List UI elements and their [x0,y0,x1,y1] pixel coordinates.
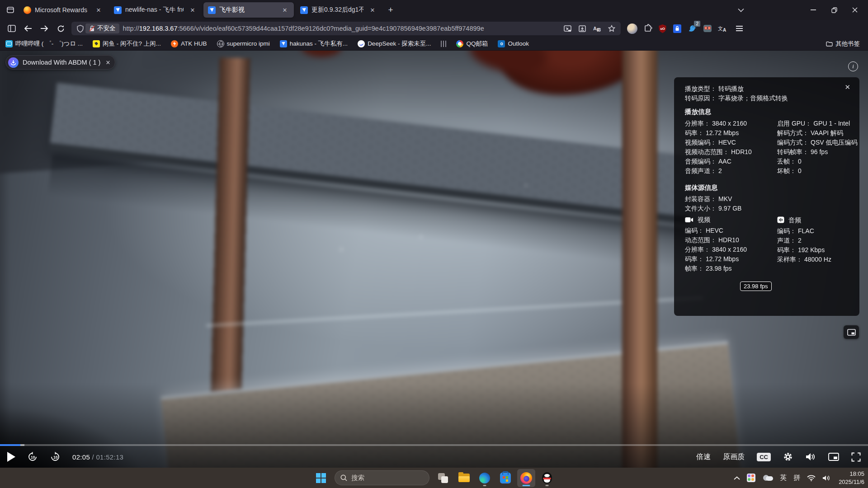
volume-icon[interactable] [805,452,816,461]
ime-english-indicator[interactable]: 英 [780,474,787,482]
qq-button[interactable] [538,469,556,487]
reload-button[interactable] [53,22,68,35]
bookmark-supermicro[interactable]: supermicro ipmi [217,40,270,47]
speaker-icon[interactable] [822,475,830,481]
tab-close-icon[interactable]: ✕ [188,5,197,14]
qq-icon [542,472,552,483]
window-minimize-button[interactable] [803,1,824,19]
password-shield-icon[interactable] [673,24,682,33]
save-to-library-icon[interactable] [579,25,586,32]
media-audio-column: 音频 编码：FLAC 声道：2 码率：192 Kbps 采样率：48000 Hz [777,215,849,275]
bookmark-xianyu[interactable]: 闲鱼 - 闲不住? 上闲... [93,40,161,48]
subtitles-cc-button[interactable]: CC [757,453,771,461]
translate-extension-icon[interactable]: 文A [718,25,727,33]
app-menu-hamburger-icon[interactable] [734,24,745,33]
tab-close-icon[interactable]: ✕ [94,5,103,14]
settings-gear-icon[interactable] [783,452,793,462]
start-button[interactable] [312,469,330,487]
tab-close-icon[interactable]: ✕ [368,5,377,14]
svg-text:文: 文 [718,26,723,31]
tracking-protection-shield-icon[interactable] [77,25,84,33]
container-row: 封装容器：MKV [685,196,849,202]
extension-toolbar: uO 2 文A [627,23,745,34]
tab-title: 飞牛影视 [219,6,276,14]
list-all-tabs-button[interactable] [733,3,749,17]
svg-text:uO: uO [660,26,665,30]
bookmark-atk-hub[interactable]: ATK HUB [171,40,207,47]
bookmark-bilibili[interactable]: 哔哩哔哩 ( ゜- ゜)つロ ... [5,40,83,48]
windows-taskbar: 搜索 [0,468,868,488]
panel-close-icon[interactable]: ✕ [844,84,850,90]
window-close-button[interactable] [844,1,865,19]
fps-badge: 23.98 fps [740,282,772,291]
store-icon [500,473,511,483]
outlook-favicon: o [498,40,505,47]
video-player-area[interactable]: Download With ABDM ( 1 ) ✕ i ✕ 播放类型：转码播放… [0,51,868,468]
tray-app-icon[interactable] [747,474,755,482]
tab-bug-report[interactable]: 更新0.9.32后dg1不工作 - BUG ✕ [296,2,382,18]
other-bookmarks-button[interactable]: 其他书签 [826,40,860,48]
url-text[interactable]: http://192.168.3.67:5666/v/video/eaf60c5… [123,25,561,32]
downloader-bird-extension[interactable]: 2 [688,24,697,33]
media-source-title: 媒体源信息 [685,184,849,191]
abdm-download-pill[interactable]: Download With ABDM ( 1 ) ✕ [5,55,115,70]
task-view-button[interactable] [434,469,452,487]
account-avatar[interactable] [627,23,637,34]
tab-close-icon[interactable]: ✕ [280,5,289,14]
mini-player-button[interactable] [844,325,859,339]
playback-speed-button[interactable]: 倍速 [696,452,711,462]
file-explorer-button[interactable] [455,469,473,487]
ime-pinyin-indicator[interactable]: 拼 [793,474,800,482]
info-icon[interactable]: i [848,61,858,71]
urlbar-actions: A文 [564,25,617,32]
wifi-icon[interactable] [807,475,816,481]
forward-10-button[interactable]: 10 [50,451,61,462]
abdm-close-icon[interactable]: ✕ [105,59,110,66]
bookmark-qqmail[interactable]: QQ邮箱 [456,40,488,48]
firefox-view-button[interactable] [3,3,18,17]
ublock-origin-icon[interactable]: uO [658,24,667,33]
windows-logo-icon [316,473,326,483]
bookmark-star-icon[interactable] [608,25,615,32]
search-placeholder: 搜索 [351,474,364,482]
window-restore-button[interactable] [824,1,844,19]
play-button[interactable] [7,452,15,462]
tab-microsoft-rewards[interactable]: Microsoft Rewards ✕ [19,2,108,18]
tab-title: Microsoft Rewards [35,6,90,14]
taskbar-search[interactable]: 搜索 [335,470,429,485]
extension-badge-count: 2 [694,21,700,27]
globe-favicon [217,40,224,47]
back-button[interactable] [21,22,35,35]
cat-catch-extension-icon[interactable] [703,24,712,33]
tray-chevron-up-icon[interactable] [734,476,740,480]
onedrive-cloud-icon[interactable] [762,475,773,481]
new-tab-button[interactable]: + [383,3,398,17]
bookmark-hakunas[interactable]: hakunas - 飞牛私有... [280,40,348,48]
extensions-puzzle-icon[interactable] [643,24,652,33]
taskbar-clock[interactable]: 18:05 2025/11/6 [839,470,864,486]
fnos-favicon [114,6,122,14]
screenshot-share-icon[interactable] [564,25,571,32]
audio-icon [777,216,784,223]
forward-button[interactable] [37,22,52,35]
microsoft-store-button[interactable] [496,469,514,487]
tab-newlife-nas[interactable]: newlife-nas - 飞牛 fnOS ✕ [109,2,202,18]
address-bar[interactable]: 不安全 http://192.168.3.67:5666/v/video/eaf… [71,22,621,35]
firefox-button[interactable] [517,469,535,487]
picture-in-picture-button[interactable] [828,453,839,461]
fullscreen-button[interactable] [851,452,861,462]
bookmark-outlook[interactable]: oOutlook [498,40,529,47]
url-host: 192.168.3.67 [139,25,178,32]
security-state-chip[interactable]: 不安全 [85,23,119,33]
rewind-10-button[interactable]: 10 [27,451,38,462]
translate-page-icon[interactable]: A文 [593,25,601,32]
edge-button[interactable] [476,469,494,487]
tab-fn-video-active[interactable]: 飞牛影视 ✕ [203,2,294,18]
atk-favicon [171,40,178,47]
fnos-favicon [280,40,287,47]
transcode-reason-row: 转码原因：字幕烧录；音频格式转换 [685,95,849,101]
sidebar-toggle-button[interactable] [5,22,19,35]
bookmark-deepseek[interactable]: DeepSeek - 探索未至... [358,40,431,48]
broken-lock-icon [89,25,95,32]
quality-button[interactable]: 原画质 [723,452,745,462]
